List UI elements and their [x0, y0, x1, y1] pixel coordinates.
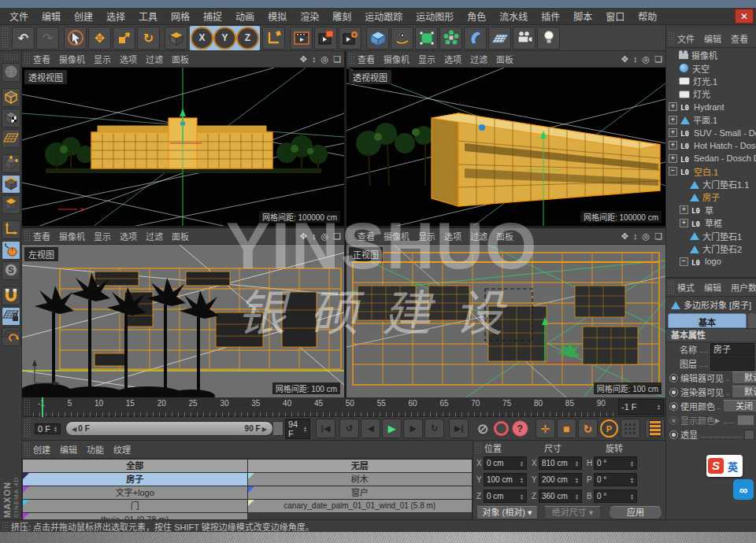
stepper-icon[interactable]: [630, 493, 634, 500]
object-row[interactable]: 摄像机: [666, 49, 756, 61]
rotation-h-field[interactable]: 0 °: [594, 456, 637, 470]
xray-checkbox[interactable]: [744, 430, 754, 440]
collapse-icon[interactable]: −: [669, 167, 677, 175]
render-visible-dropdown[interactable]: 默认: [732, 386, 756, 398]
object-row-selected[interactable]: −空白.1: [666, 165, 756, 178]
enable-axis-button[interactable]: [2, 220, 20, 239]
redo-button[interactable]: ↷: [36, 27, 59, 50]
timeline-window-button[interactable]: [645, 419, 665, 438]
layer-field[interactable]: [710, 357, 754, 371]
ime-tool-icon[interactable]: ∞: [733, 479, 754, 500]
viewport-grip[interactable]: [348, 230, 355, 242]
stepper-icon[interactable]: [575, 493, 579, 500]
record-keyframe-button[interactable]: [494, 421, 509, 436]
subdivision-surface-button[interactable]: [415, 27, 438, 50]
zoom-view-icon[interactable]: ↕: [633, 54, 638, 64]
lock-z-button[interactable]: Z: [236, 27, 259, 50]
frame-range-scrubber[interactable]: ◀ 0 F 90 F ▶: [65, 421, 273, 436]
add-floor-button[interactable]: [488, 27, 511, 50]
object-row[interactable]: +草: [666, 204, 756, 216]
menubar-item[interactable]: 插件: [541, 9, 560, 23]
key-pla-button[interactable]: [621, 419, 640, 438]
object-row[interactable]: −logo: [666, 255, 756, 268]
viewport-menu-item[interactable]: 显示: [418, 230, 435, 242]
object-row[interactable]: 天空: [666, 61, 756, 74]
attr-menu-item[interactable]: 编辑: [704, 281, 721, 294]
keyframe-radio-icon[interactable]: [669, 374, 678, 382]
texture-mode-button[interactable]: [2, 109, 20, 127]
menubar-item[interactable]: 工具: [139, 9, 158, 23]
autokey-button[interactable]: ⊘: [476, 421, 491, 436]
viewport-menu-item[interactable]: 查看: [33, 53, 50, 65]
key-position-button[interactable]: ✛: [536, 419, 555, 438]
zoom-view-icon[interactable]: ↕: [633, 231, 638, 241]
menubar-item[interactable]: 网格: [171, 9, 190, 23]
workplane-rotate-button[interactable]: [2, 327, 20, 346]
rotate-view-icon[interactable]: ◎: [643, 231, 650, 242]
transport-grip[interactable]: [24, 419, 31, 438]
viewport-menu-item[interactable]: 过滤: [146, 53, 163, 65]
viewport-scene[interactable]: X: [22, 68, 344, 226]
viewport-menu-item[interactable]: 选项: [120, 230, 137, 242]
viewport-label[interactable]: 左视图: [24, 247, 58, 261]
layer-cell[interactable]: canary_date_palm_01_01_wind_01 (5.8 m): [248, 500, 472, 512]
size-y-field[interactable]: 200 cm: [539, 473, 582, 486]
use-color-dropdown[interactable]: 关闭: [723, 400, 756, 412]
stepper-icon[interactable]: [630, 477, 634, 483]
menubar-item[interactable]: 运动跟踪: [365, 9, 402, 23]
points-mode-button[interactable]: [2, 154, 20, 173]
position-z-field[interactable]: 0 cm: [484, 489, 527, 503]
pan-view-icon[interactable]: ✥: [300, 231, 307, 242]
rotate-view-icon[interactable]: ◎: [643, 54, 650, 65]
viewport-menu-item[interactable]: 查看: [358, 230, 375, 242]
status-grip[interactable]: [2, 522, 9, 530]
rotate-view-icon[interactable]: ◎: [321, 54, 329, 65]
expand-icon[interactable]: +: [669, 102, 677, 111]
sogou-logo-icon[interactable]: S: [708, 458, 724, 474]
object-row[interactable]: 灯光: [666, 87, 756, 100]
add-spline-button[interactable]: [391, 27, 413, 50]
menubar-item[interactable]: 模拟: [268, 9, 287, 23]
viewport-menu-item[interactable]: 查看: [33, 230, 50, 242]
toggle-view-icon[interactable]: ❏: [654, 54, 662, 65]
goto-end-button[interactable]: ▶|: [449, 419, 469, 438]
menubar-item[interactable]: 捕捉: [203, 9, 222, 23]
expand-icon[interactable]: +: [680, 219, 688, 227]
object-row[interactable]: +Hot Hatch - Dosch: [666, 139, 756, 152]
scrub-right-icon[interactable]: ▶: [261, 426, 267, 433]
prev-frame-button[interactable]: ↺: [339, 419, 359, 438]
menubar-item[interactable]: 编辑: [42, 9, 61, 23]
ruler-end-field[interactable]: -1 F: [618, 399, 664, 415]
playhead[interactable]: [42, 397, 43, 417]
viewport-label[interactable]: 透视视图: [24, 70, 67, 84]
add-cube-button[interactable]: [366, 27, 389, 50]
menubar-item[interactable]: 选择: [106, 9, 125, 23]
menubar-item[interactable]: 动画: [235, 9, 254, 23]
apply-button[interactable]: 应用: [609, 506, 662, 519]
lock-y-button[interactable]: Y: [213, 27, 236, 50]
object-row[interactable]: +Hydrant: [666, 101, 756, 113]
om-menu-item[interactable]: 文件: [677, 32, 695, 45]
viewport-menu-item[interactable]: 选项: [444, 230, 461, 242]
mograph-button[interactable]: [439, 27, 462, 50]
close-button[interactable]: ✕: [735, 9, 754, 24]
expand-icon[interactable]: +: [669, 141, 677, 150]
viewport-scene[interactable]: [22, 245, 344, 397]
expand-icon[interactable]: +: [669, 116, 677, 124]
viewport-menu-item[interactable]: 面板: [496, 53, 513, 65]
coordinate-cube-button[interactable]: [165, 27, 187, 50]
viewport-canvas[interactable]: 左视图: [22, 245, 344, 397]
layer-menu-item[interactable]: 编辑: [60, 443, 77, 456]
size-z-field[interactable]: 360 cm: [539, 489, 582, 503]
object-row[interactable]: 大门垫石1.1: [666, 178, 756, 190]
live-selection-button[interactable]: [64, 27, 87, 50]
menubar-item[interactable]: 文件: [9, 9, 28, 23]
viewport-menu-item[interactable]: 过滤: [146, 230, 163, 242]
object-row-selected[interactable]: 房子: [666, 190, 756, 203]
coordinate-system-button[interactable]: [262, 27, 285, 50]
rotate-tool-button[interactable]: ↻: [137, 27, 160, 50]
zoom-view-icon[interactable]: ↕: [312, 54, 317, 64]
stepper-icon[interactable]: [520, 460, 524, 467]
viewport-grip[interactable]: [24, 53, 31, 65]
attr-menu-item[interactable]: 用户数据: [731, 281, 756, 294]
